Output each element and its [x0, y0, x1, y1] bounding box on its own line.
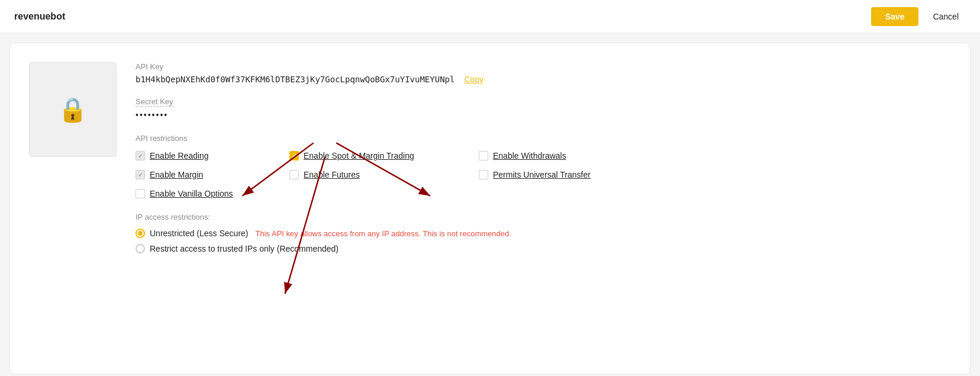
checkbox-enable-margin: ✓ Enable Margin	[136, 170, 289, 179]
checkbox-enable-reading: ✓ Enable Reading	[136, 151, 289, 160]
checkbox-permits-universal-label[interactable]: Permits Universal Transfer	[493, 170, 591, 179]
checkbox-enable-futures-label[interactable]: Enable Futures	[304, 170, 360, 179]
checkbox-permits-universal-box[interactable]	[479, 170, 488, 179]
main-content: 🔒 API Key b1H4kbQepNXEhKd0f0Wf37KFKM6lDT…	[9, 43, 971, 374]
top-bar-actions: Save Cancel	[871, 7, 966, 26]
secret-key-label: Secret Key	[136, 97, 173, 107]
checkbox-enable-withdrawals-box[interactable]	[479, 151, 488, 160]
checkmark-spot-margin: ✓	[292, 153, 296, 159]
checkbox-enable-spot-margin: ✓ Enable Spot & Margin Trading	[289, 151, 479, 160]
radio-restricted-btn[interactable]	[136, 244, 145, 253]
ip-title: IP access restrictions:	[136, 213, 951, 221]
lock-icon: 🔒	[58, 96, 88, 124]
checkbox-enable-spot-margin-box[interactable]: ✓	[289, 151, 299, 160]
checkbox-enable-reading-label[interactable]: Enable Reading	[150, 151, 209, 160]
checkbox-enable-spot-margin-label[interactable]: Enable Spot & Margin Trading	[304, 151, 414, 160]
save-button[interactable]: Save	[871, 7, 919, 26]
secret-key-value: ••••••••	[136, 110, 951, 120]
avatar-section: 🔒	[29, 62, 117, 259]
checkbox-permits-universal: Permits Universal Transfer	[479, 170, 644, 179]
cancel-button[interactable]: Cancel	[926, 7, 966, 26]
checkbox-enable-vanilla-box[interactable]	[136, 189, 145, 198]
page-title: revenuebot	[14, 11, 65, 22]
checkbox-enable-vanilla: Enable Vanilla Options	[136, 189, 289, 198]
api-key-row: b1H4kbQepNXEhKd0f0Wf37KFKM6lDTBEZ3jKy7Go…	[136, 75, 951, 84]
checkbox-enable-futures: Enable Futures	[289, 170, 479, 179]
radio-restricted: Restrict access to trusted IPs only (Rec…	[136, 244, 951, 253]
restrictions-title: API restrictions	[136, 134, 951, 143]
checkbox-enable-withdrawals-label[interactable]: Enable Withdrawals	[493, 151, 566, 160]
radio-unrestricted-inner	[138, 231, 143, 236]
checkbox-enable-withdrawals: Enable Withdrawals	[479, 151, 644, 160]
secret-key-section: Secret Key ••••••••	[136, 96, 951, 120]
checkbox-enable-reading-box[interactable]: ✓	[136, 151, 145, 160]
radio-restricted-label[interactable]: Restrict access to trusted IPs only (Rec…	[150, 244, 339, 253]
checkbox-enable-futures-box[interactable]	[289, 170, 299, 179]
checkbox-enable-vanilla-label[interactable]: Enable Vanilla Options	[150, 189, 233, 198]
restrictions-col-3: Enable Withdrawals Permits Universal Tra…	[479, 151, 644, 198]
radio-unrestricted: Unrestricted (Less Secure) This API key …	[136, 229, 951, 238]
content-layout: 🔒 API Key b1H4kbQepNXEhKd0f0Wf37KFKM6lDT…	[29, 62, 951, 259]
restrictions-grid: ✓ Enable Reading ✓ Enable Margin	[136, 151, 951, 198]
api-key-label: API Key	[136, 62, 951, 71]
unrestricted-warning: This API key allows access from any IP a…	[256, 229, 511, 238]
api-key-section: API Key b1H4kbQepNXEhKd0f0Wf37KFKM6lDTBE…	[136, 62, 951, 84]
ip-section: IP access restrictions: Unrestricted (Le…	[136, 213, 951, 253]
checkmark-margin: ✓	[138, 172, 143, 178]
top-bar: revenuebot Save Cancel	[0, 0, 980, 33]
restrictions-section: API restrictions ✓ Enable Reading ✓	[136, 134, 951, 198]
radio-unrestricted-btn[interactable]	[136, 229, 145, 238]
checkbox-enable-margin-box[interactable]: ✓	[136, 170, 145, 179]
radio-unrestricted-label[interactable]: Unrestricted (Less Secure)	[150, 229, 249, 238]
checkmark-reading: ✓	[138, 153, 143, 159]
form-section: API Key b1H4kbQepNXEhKd0f0Wf37KFKM6lDTBE…	[136, 62, 951, 259]
restrictions-col-1: ✓ Enable Reading ✓ Enable Margin	[136, 151, 289, 198]
api-key-value: b1H4kbQepNXEhKd0f0Wf37KFKM6lDTBEZ3jKy7Go…	[136, 75, 454, 84]
checkbox-enable-margin-label[interactable]: Enable Margin	[150, 170, 203, 179]
avatar-box: 🔒	[29, 62, 117, 157]
copy-button[interactable]: Copy	[464, 75, 483, 84]
restrictions-col-2: ✓ Enable Spot & Margin Trading Enable Fu…	[289, 151, 479, 198]
